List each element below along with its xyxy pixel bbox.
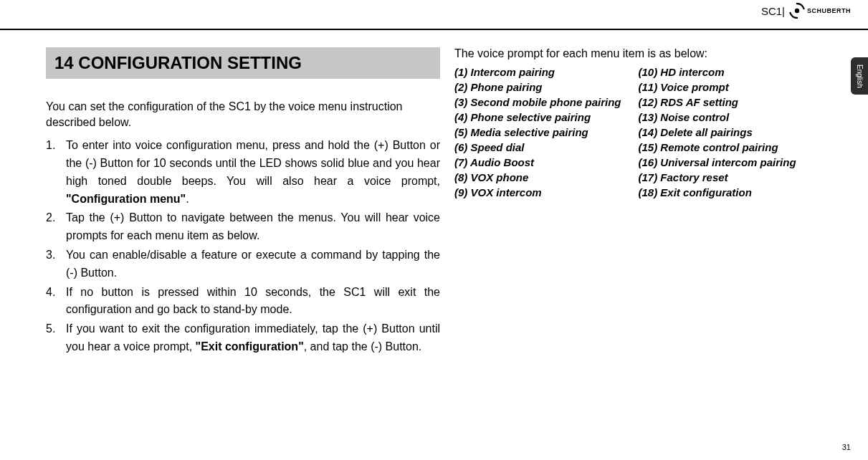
step-2: Tap the (+) Button to navigate between t… bbox=[46, 209, 440, 245]
language-tab[interactable]: English bbox=[851, 57, 868, 95]
right-column: The voice prompt for each menu item is a… bbox=[454, 47, 827, 358]
prompt-col-right: (10) HD intercom (11) Voice prompt (12) … bbox=[639, 64, 796, 200]
step-1: To enter into voice configuration menu, … bbox=[46, 137, 440, 208]
prompt-col-left: (1) Intercom pairing (2) Phone pairing (… bbox=[454, 64, 621, 200]
page-number: 31 bbox=[842, 443, 851, 451]
prompt-item: (7) Audio Boost bbox=[454, 155, 621, 170]
step-4: If no button is pressed within 10 second… bbox=[46, 284, 440, 320]
brand-text: SCHUBERTH bbox=[807, 7, 851, 14]
prompt-item: (6) Speed dial bbox=[454, 140, 621, 155]
model-label: SC1| bbox=[761, 5, 785, 17]
page-content: 14 CONFIGURATION SETTING You can set the… bbox=[0, 30, 868, 358]
prompt-item: (13) Noise control bbox=[639, 110, 796, 125]
step-3: You can enable/disable a feature or exec… bbox=[46, 246, 440, 282]
prompt-item: (4) Phone selective pairing bbox=[454, 110, 621, 125]
schuberth-icon bbox=[789, 3, 805, 19]
prompt-item: (3) Second mobile phone pairing bbox=[454, 95, 621, 110]
prompt-item: (9) VOX intercom bbox=[454, 185, 621, 200]
intro-text: You can set the configuration of the SC1… bbox=[46, 99, 440, 130]
prompt-item: (8) VOX phone bbox=[454, 170, 621, 185]
prompt-item: (16) Universal intercom pairing bbox=[639, 155, 796, 170]
steps-list: To enter into voice configuration menu, … bbox=[46, 137, 440, 356]
prompt-item: (5) Media selective pairing bbox=[454, 125, 621, 140]
prompt-item: (11) Voice prompt bbox=[639, 80, 796, 95]
left-column: 14 CONFIGURATION SETTING You can set the… bbox=[46, 47, 440, 358]
prompt-item: (1) Intercom pairing bbox=[454, 64, 621, 80]
page-header: SC1| SCHUBERTH bbox=[0, 0, 868, 30]
svg-point-0 bbox=[795, 9, 799, 13]
prompt-item: (17) Factory reset bbox=[639, 170, 796, 185]
prompt-columns: (1) Intercom pairing (2) Phone pairing (… bbox=[454, 64, 827, 200]
prompt-item: (15) Remote control pairing bbox=[639, 140, 796, 155]
language-label: English bbox=[856, 64, 864, 88]
prompt-intro: The voice prompt for each menu item is a… bbox=[454, 47, 827, 60]
prompt-item: (10) HD intercom bbox=[639, 64, 796, 80]
prompt-item: (14) Delete all pairings bbox=[639, 125, 796, 140]
section-title: 14 CONFIGURATION SETTING bbox=[46, 47, 440, 79]
header-right: SC1| SCHUBERTH bbox=[761, 3, 851, 19]
prompt-item: (2) Phone pairing bbox=[454, 80, 621, 95]
step-5: If you want to exit the configuration im… bbox=[46, 320, 440, 356]
prompt-item: (18) Exit configuration bbox=[639, 185, 796, 200]
brand-logo: SCHUBERTH bbox=[789, 3, 851, 19]
prompt-item: (12) RDS AF setting bbox=[639, 95, 796, 110]
